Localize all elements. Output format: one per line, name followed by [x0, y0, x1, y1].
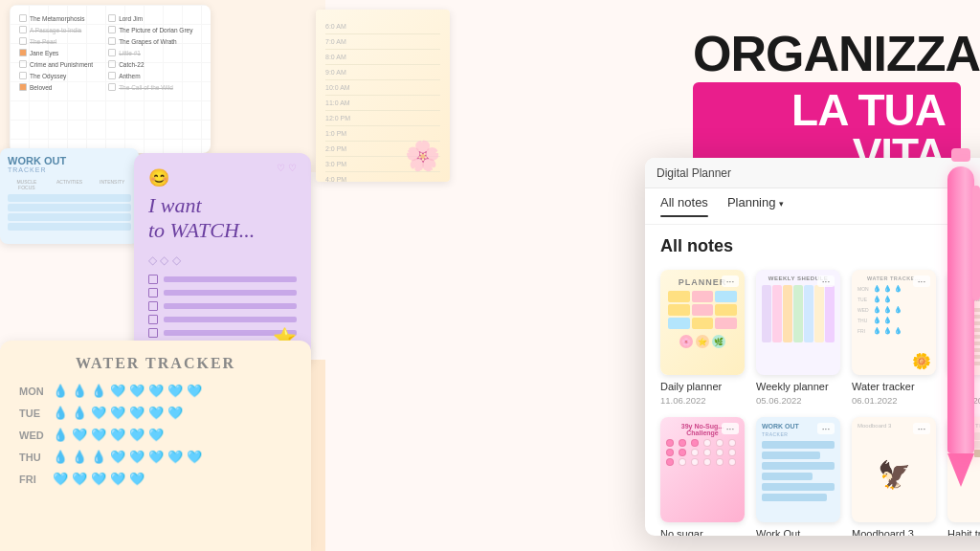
- book-title: The Metamorphosis: [30, 15, 84, 22]
- drop-filled: 💧: [91, 450, 106, 464]
- drops: 💧💧💧: [873, 306, 902, 314]
- tab-planning[interactable]: Planning ▾: [727, 195, 784, 217]
- drops: 💧💧💧: [873, 327, 902, 335]
- checkbox[interactable]: [19, 26, 27, 33]
- headline-line1: ORGANIZZA: [693, 29, 961, 78]
- workout-row: [8, 213, 131, 221]
- challenge-dot: [666, 449, 674, 456]
- water-drops: 💧 💧 💧 🩵 🩵 🩵 🩵 🩵: [53, 450, 202, 464]
- note-card-moodboard[interactable]: ··· Moodboard 3 🦅 Moodboard 3 11.06.2021: [852, 417, 936, 536]
- workout-bar: [762, 452, 820, 459]
- checkbox[interactable]: [148, 328, 158, 338]
- checkbox[interactable]: [108, 49, 116, 56]
- checkbox[interactable]: [19, 37, 27, 45]
- drop-filled: 💧: [91, 384, 106, 398]
- more-options-button[interactable]: ···: [722, 276, 739, 287]
- window-title: Digital Planner: [657, 166, 731, 180]
- book-title: A Passage to India: [30, 27, 81, 33]
- drop-outline: 🩵: [129, 450, 145, 464]
- drops: 💧💧: [873, 296, 892, 303]
- more-options-button[interactable]: ···: [722, 423, 739, 434]
- smiley-icon: 😊: [148, 167, 297, 188]
- planner-cell: [715, 304, 737, 316]
- drops: 💧💧💧: [873, 285, 902, 293]
- challenge-dot: [728, 449, 736, 456]
- checkbox[interactable]: [148, 315, 158, 324]
- workout-bar: [762, 494, 827, 501]
- drop-outline: 🩵: [129, 428, 145, 442]
- note-card-weekly-planner[interactable]: ··· WEEKLY SHEDULE Weekly planner: [756, 270, 840, 406]
- watch-panel: 😊 ♡ ♡ I want to WATCH... ◇ ◇ ◇ ⭐: [134, 153, 311, 364]
- drop-outline: 🩵: [91, 472, 106, 486]
- workout-bar: [762, 473, 813, 480]
- more-options-button[interactable]: ···: [817, 423, 835, 434]
- left-panels: The Metamorphosis A Passage to India The…: [0, 0, 325, 551]
- weekly-day: [804, 285, 813, 342]
- planner-stickers: 🌸 ⭐ 🌿: [679, 335, 725, 348]
- drop-filled: 💧: [53, 428, 68, 442]
- hearts-decoration: ♡ ♡: [277, 163, 297, 173]
- checkbox[interactable]: [108, 14, 116, 22]
- book-title: Little #1: [119, 50, 141, 56]
- note-label: No sugar: [660, 528, 745, 536]
- checkbox[interactable]: [148, 275, 158, 284]
- checklist-item: [148, 301, 297, 311]
- drop-outline: 🩵: [110, 406, 125, 420]
- flower-decoration: 🌼: [912, 352, 931, 370]
- drop-outline: 🩵: [110, 450, 125, 464]
- weekly-day: [814, 285, 824, 342]
- note-thumbnail: ··· Moodboard 3 🦅: [852, 417, 936, 522]
- drop-filled: 💧: [72, 406, 87, 420]
- drop-filled: 💧: [72, 450, 87, 464]
- checkbox[interactable]: [108, 72, 116, 79]
- note-card-water-tracker[interactable]: ··· WATER TRACKE... MON 💧💧💧 TUE 💧💧 WED: [852, 270, 936, 406]
- checkbox[interactable]: [148, 288, 158, 298]
- checkbox-checked[interactable]: [19, 49, 27, 56]
- item-line: [164, 276, 297, 282]
- note-card-no-sugar[interactable]: ··· 39y No-Sug...Challenge: [660, 417, 745, 536]
- more-options-button[interactable]: ···: [913, 423, 930, 434]
- checkbox[interactable]: [19, 60, 27, 68]
- day-label: MON: [19, 386, 53, 397]
- more-options-button[interactable]: ···: [913, 276, 930, 287]
- challenge-dot: [703, 458, 711, 466]
- workout-row: [8, 194, 131, 202]
- workout-bar: [762, 441, 835, 449]
- schedule-page-decoration: 6:0 AM 7:0 AM 8:0 AM 9:0 AM 10:0 AM 11:0…: [316, 10, 450, 182]
- drop-outline: 🩵: [187, 384, 202, 398]
- drop-outline: 🩵: [129, 406, 145, 420]
- col-label: ACTIVITIES: [51, 179, 89, 190]
- drop-outline: 🩵: [148, 428, 164, 442]
- book-title: Anthem: [119, 73, 140, 79]
- sticker: ⭐: [696, 335, 709, 348]
- note-card-workout[interactable]: ··· WORK OUT TRACKER Work Out: [756, 417, 840, 536]
- checkbox[interactable]: [19, 14, 27, 22]
- schedule-line: 6:0 AM: [325, 19, 440, 34]
- challenge-dot: [679, 449, 686, 456]
- day-label: THU: [858, 318, 871, 323]
- day-label: MON: [858, 286, 871, 292]
- item-line: [164, 317, 297, 322]
- challenge-dot: [703, 449, 711, 456]
- checkbox[interactable]: [19, 72, 27, 79]
- checkbox[interactable]: [108, 60, 116, 68]
- note-label: Water tracker: [852, 381, 936, 393]
- challenge-dot: [716, 449, 724, 456]
- checkbox[interactable]: [148, 301, 158, 311]
- sticker: 🌿: [712, 335, 725, 348]
- schedule-line: 8:0 AM: [325, 50, 440, 65]
- workout-bars: [762, 441, 835, 501]
- note-thumbnail: ··· WEEKLY SHEDULE: [756, 270, 840, 375]
- checkbox[interactable]: [108, 83, 116, 91]
- checkbox[interactable]: [108, 37, 116, 45]
- checkbox-checked[interactable]: [19, 83, 27, 91]
- schedule-line: 9:0 AM: [325, 65, 440, 80]
- drop-outline: 🩵: [72, 428, 87, 442]
- planner-cell: [715, 318, 737, 329]
- more-options-button[interactable]: ···: [817, 276, 835, 287]
- chevron-down-icon: ▾: [779, 199, 784, 209]
- planner-grid: [668, 291, 737, 329]
- note-card-daily-planner[interactable]: ··· PLANNER: [660, 270, 745, 406]
- tab-all-notes[interactable]: All notes: [660, 195, 708, 217]
- checkbox[interactable]: [108, 26, 116, 33]
